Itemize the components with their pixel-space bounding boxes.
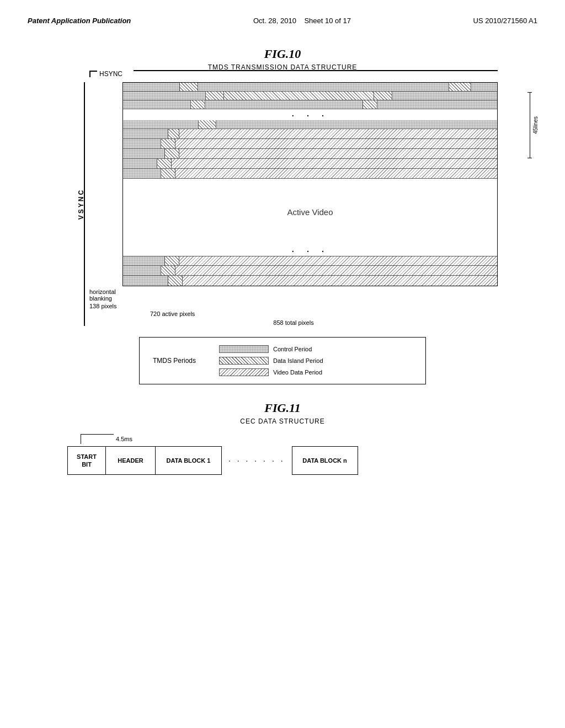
cell-c10 [216, 120, 497, 129]
cell-v2 [175, 139, 497, 148]
legend-video-label: Video Data Period [273, 369, 322, 376]
cell-di13 [161, 169, 175, 178]
header-right: US 2010/271560 A1 [473, 17, 537, 25]
grid-active-video: Active Video [123, 179, 497, 245]
grid-dots-row2: · · · [123, 245, 497, 256]
grid-row-8 [123, 159, 497, 169]
legend-video-swatch [219, 368, 269, 376]
45lines-label: 45lines [532, 116, 539, 134]
cell-c7 [205, 100, 363, 109]
45lines-top: 45lines [530, 92, 539, 158]
45lines-annotation: 45lines [518, 92, 551, 326]
legend-data-island: Data Island Period [219, 357, 323, 365]
cell-v5 [175, 169, 497, 178]
legend-control-label: Control Period [273, 346, 312, 352]
cell-c11 [123, 129, 168, 138]
grid-row-1 [123, 83, 497, 92]
cell-c13 [123, 149, 164, 158]
cell-c4 [123, 92, 205, 100]
grid-row-11 [123, 266, 497, 276]
cell-di14 [164, 256, 179, 265]
cec-header: HEADER [106, 446, 156, 475]
legend-items: Control Period Data Island Period Video … [219, 345, 323, 376]
cell-di12 [157, 159, 172, 168]
grid-row-4 [123, 120, 497, 129]
header-center: Oct. 28, 2010 Sheet 10 of 17 [253, 17, 351, 25]
pixel-measurement-row: 138 pixels [89, 303, 498, 309]
bottom-labels: horizontal blanking 138 pixels [89, 288, 498, 326]
cec-data-block-1: DATA BLOCK 1 [156, 446, 222, 475]
cell-di2 [449, 83, 471, 91]
cell-c18 [123, 276, 168, 286]
legend-video: Video Data Period [219, 368, 323, 376]
vsync-brace [84, 82, 85, 326]
legend-box: TMDS Periods Control Period Data Island … [139, 337, 426, 384]
right-annotations: 45lines vertical blanking [518, 92, 565, 326]
cell-c15 [123, 169, 161, 178]
cell-v3 [179, 149, 497, 158]
grid-row-2 [123, 92, 497, 100]
fig11-section: FIG.11 CEC DATA STRUCTURE 4.5ms STARTBIT… [67, 401, 498, 475]
cec-timing-row: 4.5ms [78, 434, 498, 444]
grid-row-10 [123, 256, 497, 266]
legend-data-island-swatch [219, 357, 269, 365]
cell-c12 [123, 139, 161, 148]
hsync-bracket-icon [89, 71, 97, 77]
cell-di16 [168, 276, 183, 286]
grid-row-9 [123, 169, 497, 179]
cec-start-bit: STARTBIT [67, 446, 106, 475]
cell-v8 [183, 276, 497, 286]
fig10-section: FIG.10 TMDS TRANSMISSION DATA STRUCTURE … [67, 47, 498, 326]
858px-row: 858 total pixels [89, 319, 498, 326]
cell-di4 [224, 92, 374, 100]
timing-bracket [81, 434, 114, 444]
grid-row-5 [123, 129, 497, 139]
fig11-subtitle: CEC DATA STRUCTURE [67, 417, 498, 425]
cell-di11 [164, 149, 179, 158]
hsync-line [134, 70, 498, 71]
cec-data-block-n: DATA BLOCK n [292, 446, 358, 475]
page: Patent Application Publication Oct. 28, … [0, 0, 565, 728]
fig11-title: FIG.11 [67, 401, 498, 415]
cell-c1 [123, 83, 179, 91]
cell-di5 [374, 92, 392, 100]
legend-data-island-label: Data Island Period [273, 357, 323, 364]
hsync-label: HSYNC [89, 70, 122, 78]
cec-dots: · · · · · · · [222, 446, 292, 475]
fig10-diagram: VSYNC HSYNC [67, 82, 498, 326]
cell-di9 [168, 129, 179, 138]
cell-c16 [123, 256, 164, 265]
legend-title: TMDS Periods [153, 357, 202, 365]
cell-di3 [205, 92, 224, 100]
cell-di7 [363, 100, 377, 109]
cell-c5 [392, 92, 497, 100]
active-video-label: Active Video [123, 179, 497, 245]
cell-c9 [123, 120, 198, 129]
cell-di1 [179, 83, 198, 91]
timing-label: 4.5ms [116, 436, 132, 442]
cell-v4 [172, 159, 497, 168]
bracket-45-line [530, 92, 530, 158]
vsync-area: VSYNC [67, 82, 89, 326]
horiz-blanking-label: horizontal blanking [89, 288, 145, 302]
720px-row: 720 active pixels [89, 311, 498, 317]
grid-wrapper: HSYNC [89, 82, 498, 326]
138px-label-row: 138 pixels [89, 303, 117, 309]
legend-control: Control Period [219, 345, 323, 353]
cell-di15 [161, 266, 175, 275]
grid-row-7 [123, 149, 497, 159]
grid-row-12 [123, 276, 497, 286]
cell-v1 [179, 129, 497, 138]
cell-c14 [123, 159, 157, 168]
cell-di6 [190, 100, 205, 109]
main-grid: · · · [122, 82, 498, 286]
cell-c2 [198, 83, 449, 91]
cell-c6 [123, 100, 190, 109]
cec-blocks: STARTBIT HEADER DATA BLOCK 1 · · · · · ·… [67, 446, 498, 475]
legend-control-swatch [219, 345, 269, 353]
grid-row-6 [123, 139, 497, 149]
header-left: Patent Application Publication [28, 17, 131, 25]
page-header: Patent Application Publication Oct. 28, … [28, 17, 537, 25]
vert-blanking-annotation: vertical blanking [553, 92, 565, 326]
horiz-blanking-row: horizontal blanking [89, 288, 498, 302]
